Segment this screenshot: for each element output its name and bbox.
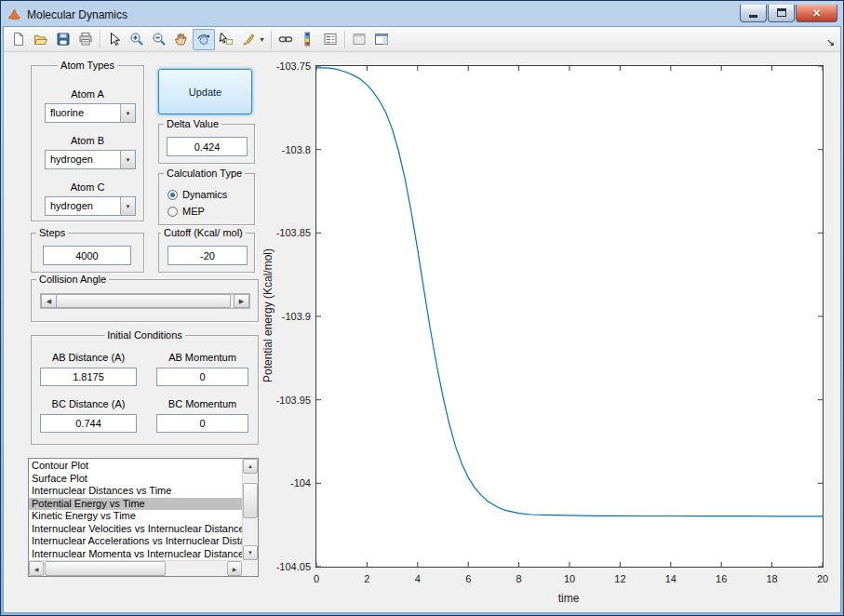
bc-distance-label: BC Distance (A) [40,398,137,409]
update-button[interactable]: Update [158,69,252,114]
x-tick-label: 6 [449,573,487,584]
steps-panel: Steps [31,233,144,273]
open-folder-icon[interactable] [30,29,52,50]
calculation-type-title: Calculation Type [164,167,245,180]
list-item[interactable]: Contour Plot [29,460,242,473]
cutoff-input[interactable] [167,246,248,265]
titlebar[interactable]: Molecular Dynamics × [1,1,843,26]
y-axis-label: Potential energy (Kcal/mol) [261,248,275,382]
minimize-button[interactable] [740,5,767,22]
scroll-right-icon[interactable]: ▶ [227,561,242,576]
ab-momentum-label: AB Momentum [156,352,248,363]
initial-conditions-title: Initial Conditions [104,329,185,341]
insert-colorbar-icon[interactable] [297,29,319,50]
toolbar-separator [271,31,272,48]
slider-thumb[interactable] [56,294,231,308]
calculation-type-panel: Calculation Type Dynamics MEP [158,173,255,225]
scroll-left-icon[interactable]: ◀ [29,561,44,576]
rotate-3d-icon[interactable] [193,29,215,50]
zoom-in-icon[interactable] [126,29,148,50]
list-item[interactable]: Kinetic Energy vs Time [29,510,242,523]
x-axis-label: time [531,592,606,605]
atom-b-value: hydrogen [50,154,93,165]
new-document-icon[interactable] [7,29,30,50]
cutoff-panel: Cutoff (Kcal/ mol) [158,233,255,273]
window-controls: × [739,5,837,22]
y-tick-label: -103.75 [262,60,311,72]
plot-type-list: Contour PlotSurface PlotInternuclear Dis… [29,460,242,560]
plot-type-listbox: Contour PlotSurface PlotInternuclear Dis… [28,458,259,577]
link-plot-icon[interactable] [275,29,297,50]
list-item[interactable]: Surface Plot [29,473,242,486]
list-item[interactable]: Internuclear Velocities vs Internuclear … [29,523,242,536]
save-icon[interactable] [52,29,74,50]
brush-menu-arrow-icon[interactable]: ▾ [256,29,268,50]
list-item[interactable]: Internuclear Accelerations vs Internucle… [29,535,242,548]
print-icon[interactable] [74,29,97,50]
mep-radio[interactable]: MEP [167,206,205,217]
insert-legend-icon[interactable] [319,29,342,50]
x-tick-label: 12 [601,573,638,584]
collision-angle-title: Collision Angle [36,274,109,286]
bc-distance-input[interactable] [40,414,137,433]
list-item[interactable]: Potential Energy vs Time [29,498,242,511]
ab-momentum-input[interactable] [156,368,248,386]
y-tick-label: -104 [262,477,311,489]
dynamics-radio-label: Dynamics [182,189,227,200]
figure-toolbar: ▾ ↘ [4,27,840,52]
scroll-down-icon[interactable]: ▼ [243,545,258,560]
atom-b-label: Atom B [32,135,143,146]
vertical-scrollbar[interactable]: ▲ ▼ [242,459,258,560]
x-tick-label: 8 [501,573,538,584]
pan-hand-icon[interactable] [170,29,193,50]
edit-plot-cursor-icon[interactable] [103,29,126,50]
chevron-down-icon: ▼ [120,197,135,215]
list-item[interactable]: Internuclear Distances vs Time [29,485,242,498]
y-tick-label: -103.95 [262,395,311,406]
x-tick-label: 10 [551,573,588,584]
maximize-button[interactable] [768,5,795,22]
atom-c-dropdown[interactable]: hydrogen ▼ [45,196,136,216]
scroll-up-icon[interactable]: ▲ [243,459,258,474]
vertical-scroll-thumb[interactable] [243,483,258,518]
dock-figure-icon[interactable]: ↘ [826,36,835,48]
y-tick-label: -104.05 [262,561,311,572]
delta-value-input[interactable] [167,137,248,156]
steps-title: Steps [36,227,68,239]
x-tick-label: 18 [754,573,791,584]
atom-b-dropdown[interactable]: hydrogen ▼ [45,150,136,169]
collision-angle-panel: Collision Angle ◀ ▶ [31,279,259,322]
y-tick-label: -103.85 [262,227,311,238]
delta-value-title: Delta Value [164,118,221,130]
slider-left-arrow-icon[interactable]: ◀ [41,294,57,308]
dynamics-radio[interactable]: Dynamics [167,189,227,200]
slider-right-arrow-icon[interactable]: ▶ [234,294,249,308]
bc-momentum-input[interactable] [156,414,248,433]
collision-angle-slider[interactable]: ◀ ▶ [40,293,250,309]
data-cursor-icon[interactable] [215,29,237,50]
atom-c-label: Atom C [32,181,143,193]
horizontal-scrollbar[interactable]: ◀ ▶ [29,560,242,576]
ab-distance-input[interactable] [40,368,137,386]
horizontal-scroll-thumb[interactable] [45,561,166,576]
radio-selected-icon [167,190,178,200]
toolbar-separator [344,31,345,48]
list-item[interactable]: Internuclear Momenta vs Internuclear Dis… [29,548,242,561]
close-button[interactable]: × [796,5,837,22]
matlab-app-icon[interactable] [7,7,21,22]
plot-axes[interactable] [315,65,824,568]
atom-a-label: Atom A [32,88,143,100]
bc-momentum-label: BC Momentum [156,398,248,409]
atom-a-dropdown[interactable]: fluorine ▼ [45,103,136,123]
ab-distance-label: AB Distance (A) [40,352,137,363]
maximize-icon [777,8,786,17]
steps-input[interactable] [43,246,131,265]
zoom-out-icon[interactable] [148,29,170,50]
show-plot-tools-icon[interactable] [370,29,393,50]
delta-value-panel: Delta Value [158,124,255,164]
hide-plot-tools-icon[interactable] [348,29,370,50]
atom-a-value: fluorine [50,107,84,118]
x-tick-label: 14 [652,573,690,584]
y-tick-label: -103.9 [262,311,311,322]
initial-conditions-panel: Initial Conditions AB Distance (A) AB Mo… [31,335,259,445]
